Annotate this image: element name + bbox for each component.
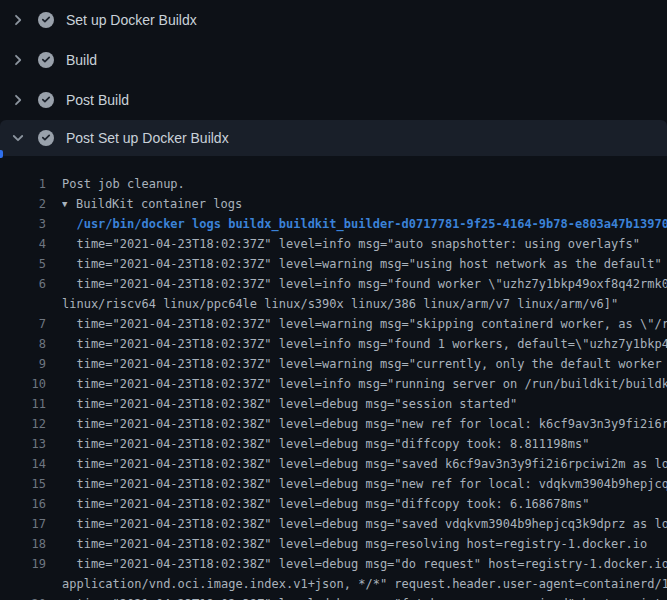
check-circle-icon	[38, 92, 54, 108]
log-line-number[interactable]: 6	[0, 274, 46, 294]
log-line-text: time="2021-04-23T18:02:37Z" level=info m…	[62, 274, 667, 294]
group-expanded-triangle-icon: ▼	[62, 194, 76, 214]
log-line: 3 /usr/bin/docker logs buildx_buildkit_b…	[0, 214, 667, 234]
log-line-text: time="2021-04-23T18:02:37Z" level=info m…	[62, 234, 640, 254]
log-line: 13 time="2021-04-23T18:02:38Z" level=deb…	[0, 434, 667, 454]
log-line: 12 time="2021-04-23T18:02:38Z" level=deb…	[0, 414, 667, 434]
steps-list: Set up Docker Buildx Build Post Build Po…	[0, 0, 667, 156]
log-line-text: time="2021-04-23T18:02:38Z" level=debug …	[62, 554, 667, 574]
log-line-text: /usr/bin/docker logs buildx_buildkit_bui…	[62, 214, 667, 234]
log-line: 5 time="2021-04-23T18:02:37Z" level=warn…	[0, 254, 667, 274]
log-line-number[interactable]: 10	[0, 374, 46, 394]
chevron-right-icon	[10, 12, 26, 28]
log-line-number[interactable]: 12	[0, 414, 46, 434]
log-line: 9 time="2021-04-23T18:02:37Z" level=warn…	[0, 354, 667, 374]
log-line-text: time="2021-04-23T18:02:37Z" level=warnin…	[62, 314, 667, 334]
check-circle-icon	[38, 12, 54, 28]
check-circle-icon	[38, 52, 54, 68]
log-line-number[interactable]: 18	[0, 534, 46, 554]
log-line: 2 ▼BuildKit container logs	[0, 194, 667, 214]
log-line: 18 time="2021-04-23T18:02:38Z" level=deb…	[0, 534, 667, 554]
log-line-text: time="2021-04-23T18:02:38Z" level=debug …	[62, 534, 647, 554]
log-line-number	[0, 294, 46, 314]
log-line-text: Post job cleanup.	[62, 174, 185, 194]
chevron-down-icon	[10, 130, 26, 146]
log-line-number[interactable]: 20	[0, 594, 46, 600]
log-line-number[interactable]: 16	[0, 494, 46, 514]
log-line: 8 time="2021-04-23T18:02:37Z" level=info…	[0, 334, 667, 354]
log-line: application/vnd.oci.image.index.v1+json,…	[0, 574, 667, 594]
log-line-number[interactable]: 2	[0, 194, 46, 214]
chevron-right-icon	[10, 52, 26, 68]
log-line: linux/riscv64 linux/ppc64le linux/s390x …	[0, 294, 667, 314]
log-line-text: time="2021-04-23T18:02:38Z" level=debug …	[62, 394, 517, 414]
log-line-number[interactable]: 5	[0, 254, 46, 274]
log-line-text: time="2021-04-23T18:02:38Z" level=debug …	[62, 594, 667, 600]
step-header-post-build[interactable]: Post Build	[0, 80, 667, 120]
focus-accent	[0, 150, 3, 158]
log-line-text: time="2021-04-23T18:02:38Z" level=debug …	[62, 514, 667, 534]
step-title: Post Build	[66, 92, 129, 108]
log-line: 1 Post job cleanup.	[0, 174, 667, 194]
log-line-text: time="2021-04-23T18:02:38Z" level=debug …	[62, 474, 667, 494]
log-line: 17 time="2021-04-23T18:02:38Z" level=deb…	[0, 514, 667, 534]
log-line-text: time="2021-04-23T18:02:38Z" level=debug …	[62, 414, 667, 434]
step-title: Set up Docker Buildx	[66, 12, 197, 28]
step-title: Post Set up Docker Buildx	[66, 130, 229, 146]
log-line-number[interactable]: 17	[0, 514, 46, 534]
log-line-text: application/vnd.oci.image.index.v1+json,…	[62, 574, 667, 594]
log-line-text: time="2021-04-23T18:02:38Z" level=debug …	[62, 454, 667, 474]
log-area: 1 Post job cleanup. 2 ▼BuildKit containe…	[0, 156, 667, 600]
log-line-text: time="2021-04-23T18:02:37Z" level=warnin…	[62, 354, 667, 374]
log-line: 7 time="2021-04-23T18:02:37Z" level=warn…	[0, 314, 667, 334]
log-group-toggle[interactable]: ▼BuildKit container logs	[62, 194, 242, 214]
log-line-number[interactable]: 15	[0, 474, 46, 494]
log-line-number[interactable]: 1	[0, 174, 46, 194]
log-line: 6 time="2021-04-23T18:02:37Z" level=info…	[0, 274, 667, 294]
log-line-text: time="2021-04-23T18:02:38Z" level=debug …	[62, 434, 589, 454]
actions-log-viewer: Set up Docker Buildx Build Post Build Po…	[0, 0, 667, 600]
log-line-number[interactable]: 8	[0, 334, 46, 354]
log-line: 4 time="2021-04-23T18:02:37Z" level=info…	[0, 234, 667, 254]
log-line-number[interactable]: 19	[0, 554, 46, 574]
step-header-build[interactable]: Build	[0, 40, 667, 80]
log-line-text: time="2021-04-23T18:02:37Z" level=warnin…	[62, 254, 662, 274]
step-header-set-up-docker-buildx[interactable]: Set up Docker Buildx	[0, 0, 667, 40]
log-line: 14 time="2021-04-23T18:02:38Z" level=deb…	[0, 454, 667, 474]
log-line-number	[0, 574, 46, 594]
log-line-number[interactable]: 14	[0, 454, 46, 474]
step-title: Build	[66, 52, 97, 68]
log-line: 20 time="2021-04-23T18:02:38Z" level=deb…	[0, 594, 667, 600]
log-line: 16 time="2021-04-23T18:02:38Z" level=deb…	[0, 494, 667, 514]
log-line: 10 time="2021-04-23T18:02:37Z" level=inf…	[0, 374, 667, 394]
log-line-number[interactable]: 13	[0, 434, 46, 454]
log-line-number[interactable]: 9	[0, 354, 46, 374]
log-line: 15 time="2021-04-23T18:02:38Z" level=deb…	[0, 474, 667, 494]
log-line-text: time="2021-04-23T18:02:37Z" level=info m…	[62, 374, 667, 394]
log-line-text: linux/riscv64 linux/ppc64le linux/s390x …	[62, 294, 618, 314]
log-line-number[interactable]: 3	[0, 214, 46, 234]
log-line: 19 time="2021-04-23T18:02:38Z" level=deb…	[0, 554, 667, 574]
step-header-post-set-up-docker-buildx[interactable]: Post Set up Docker Buildx	[0, 120, 667, 156]
log-line-number[interactable]: 4	[0, 234, 46, 254]
log-line-number[interactable]: 7	[0, 314, 46, 334]
log-line: 11 time="2021-04-23T18:02:38Z" level=deb…	[0, 394, 667, 414]
log-line-text: time="2021-04-23T18:02:38Z" level=debug …	[62, 494, 589, 514]
chevron-right-icon	[10, 92, 26, 108]
check-circle-icon	[38, 130, 54, 146]
log-line-text: time="2021-04-23T18:02:37Z" level=info m…	[62, 334, 667, 354]
log-line-number[interactable]: 11	[0, 394, 46, 414]
